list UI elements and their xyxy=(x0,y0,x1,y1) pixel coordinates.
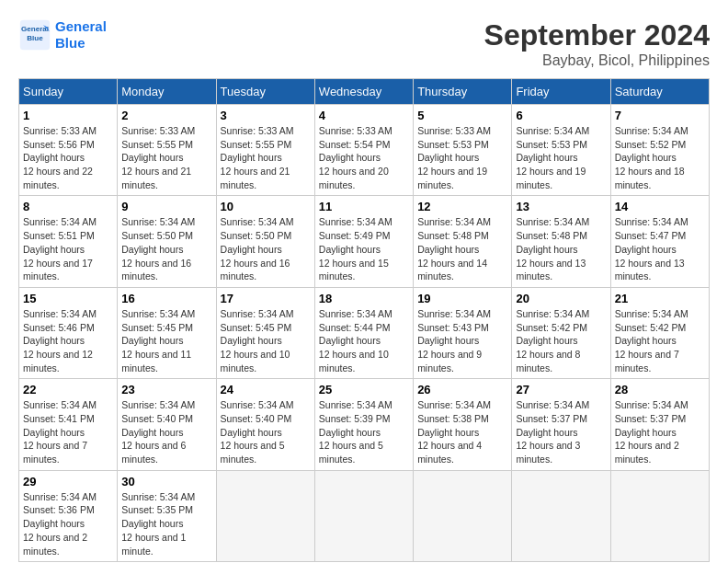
calendar-cell xyxy=(216,470,314,561)
day-info: Sunrise: 5:34 AMSunset: 5:48 PMDaylight … xyxy=(417,216,491,282)
calendar-cell: 27 Sunrise: 5:34 AMSunset: 5:37 PMDaylig… xyxy=(512,379,610,470)
day-number: 15 xyxy=(23,292,113,305)
day-number: 26 xyxy=(417,383,507,396)
day-number: 27 xyxy=(516,383,606,396)
day-number: 14 xyxy=(615,200,705,213)
day-info: Sunrise: 5:33 AMSunset: 5:53 PMDaylight … xyxy=(417,125,491,190)
calendar-cell: 1 Sunrise: 5:33 AMSunset: 5:56 PMDayligh… xyxy=(19,105,118,196)
day-number: 22 xyxy=(23,383,113,396)
calendar-cell: 21 Sunrise: 5:34 AMSunset: 5:42 PMDaylig… xyxy=(610,287,709,378)
day-info: Sunrise: 5:34 AMSunset: 5:50 PMDaylight … xyxy=(221,216,294,282)
logo: General Blue General Blue xyxy=(18,18,107,52)
day-number: 21 xyxy=(615,292,705,305)
day-info: Sunrise: 5:34 AMSunset: 5:35 PMDaylight … xyxy=(121,491,195,557)
day-info: Sunrise: 5:34 AMSunset: 5:45 PMDaylight … xyxy=(221,308,294,373)
day-number: 3 xyxy=(221,109,311,122)
header-thursday: Thursday xyxy=(414,79,512,105)
calendar-cell: 19 Sunrise: 5:34 AMSunset: 5:43 PMDaylig… xyxy=(414,287,512,378)
day-number: 20 xyxy=(516,292,606,305)
calendar-cell: 3 Sunrise: 5:33 AMSunset: 5:55 PMDayligh… xyxy=(216,105,314,196)
day-info: Sunrise: 5:34 AMSunset: 5:53 PMDaylight … xyxy=(516,125,589,190)
day-info: Sunrise: 5:33 AMSunset: 5:55 PMDaylight … xyxy=(221,125,294,190)
svg-text:General: General xyxy=(21,25,49,33)
day-number: 24 xyxy=(221,383,311,396)
day-number: 30 xyxy=(121,475,211,488)
day-info: Sunrise: 5:33 AMSunset: 5:56 PMDaylight … xyxy=(23,125,97,190)
calendar-cell: 29 Sunrise: 5:34 AMSunset: 5:36 PMDaylig… xyxy=(19,470,118,561)
day-info: Sunrise: 5:34 AMSunset: 5:42 PMDaylight … xyxy=(615,308,688,373)
weekday-header-row: Sunday Monday Tuesday Wednesday Thursday… xyxy=(19,79,710,105)
calendar-cell: 12 Sunrise: 5:34 AMSunset: 5:48 PMDaylig… xyxy=(414,196,512,287)
calendar-cell: 17 Sunrise: 5:34 AMSunset: 5:45 PMDaylig… xyxy=(216,287,314,378)
calendar-cell: 13 Sunrise: 5:34 AMSunset: 5:48 PMDaylig… xyxy=(512,196,610,287)
day-info: Sunrise: 5:34 AMSunset: 5:36 PMDaylight … xyxy=(23,491,97,557)
calendar-cell: 10 Sunrise: 5:34 AMSunset: 5:50 PMDaylig… xyxy=(216,196,314,287)
day-info: Sunrise: 5:34 AMSunset: 5:49 PMDaylight … xyxy=(319,216,392,282)
calendar-cell: 18 Sunrise: 5:34 AMSunset: 5:44 PMDaylig… xyxy=(314,287,413,378)
day-info: Sunrise: 5:33 AMSunset: 5:55 PMDaylight … xyxy=(121,125,195,190)
header-wednesday: Wednesday xyxy=(314,79,413,105)
day-number: 10 xyxy=(221,200,311,213)
logo-icon: General Blue xyxy=(18,18,51,52)
title-section: September 2024 Baybay, Bicol, Philippine… xyxy=(484,18,710,69)
header-saturday: Saturday xyxy=(610,79,709,105)
calendar-cell: 8 Sunrise: 5:34 AMSunset: 5:51 PMDayligh… xyxy=(19,196,118,287)
location-text: Baybay, Bicol, Philippines xyxy=(484,52,710,69)
calendar-cell: 16 Sunrise: 5:34 AMSunset: 5:45 PMDaylig… xyxy=(118,287,216,378)
logo-text: General xyxy=(55,18,107,35)
day-number: 9 xyxy=(121,200,211,213)
calendar-cell: 25 Sunrise: 5:34 AMSunset: 5:39 PMDaylig… xyxy=(314,379,413,470)
calendar-cell: 15 Sunrise: 5:34 AMSunset: 5:46 PMDaylig… xyxy=(19,287,118,378)
calendar-cell xyxy=(512,470,610,561)
day-number: 29 xyxy=(23,475,113,488)
day-info: Sunrise: 5:34 AMSunset: 5:52 PMDaylight … xyxy=(615,125,688,190)
day-info: Sunrise: 5:34 AMSunset: 5:48 PMDaylight … xyxy=(516,216,589,282)
day-info: Sunrise: 5:34 AMSunset: 5:50 PMDaylight … xyxy=(121,216,195,282)
day-info: Sunrise: 5:34 AMSunset: 5:46 PMDaylight … xyxy=(23,308,97,373)
calendar-cell: 5 Sunrise: 5:33 AMSunset: 5:53 PMDayligh… xyxy=(414,105,512,196)
calendar-cell: 23 Sunrise: 5:34 AMSunset: 5:40 PMDaylig… xyxy=(118,379,216,470)
calendar-cell: 24 Sunrise: 5:34 AMSunset: 5:40 PMDaylig… xyxy=(216,379,314,470)
calendar-cell xyxy=(610,470,709,561)
day-number: 1 xyxy=(23,109,113,122)
day-info: Sunrise: 5:34 AMSunset: 5:37 PMDaylight … xyxy=(516,399,589,465)
svg-text:Blue: Blue xyxy=(27,34,43,42)
day-info: Sunrise: 5:34 AMSunset: 5:44 PMDaylight … xyxy=(319,308,392,373)
page-header: General Blue General Blue September 2024… xyxy=(18,18,710,69)
header-friday: Friday xyxy=(512,79,610,105)
calendar-cell: 22 Sunrise: 5:34 AMSunset: 5:41 PMDaylig… xyxy=(19,379,118,470)
day-number: 4 xyxy=(319,109,409,122)
day-info: Sunrise: 5:34 AMSunset: 5:38 PMDaylight … xyxy=(417,399,491,465)
month-title: September 2024 xyxy=(484,18,710,52)
logo-subtext: Blue xyxy=(55,35,107,52)
day-number: 25 xyxy=(319,383,409,396)
day-info: Sunrise: 5:34 AMSunset: 5:40 PMDaylight … xyxy=(121,399,195,465)
day-number: 8 xyxy=(23,200,113,213)
day-number: 23 xyxy=(121,383,211,396)
day-info: Sunrise: 5:34 AMSunset: 5:37 PMDaylight … xyxy=(615,399,688,465)
day-info: Sunrise: 5:34 AMSunset: 5:47 PMDaylight … xyxy=(615,216,688,282)
day-number: 5 xyxy=(417,109,507,122)
day-number: 18 xyxy=(319,292,409,305)
calendar-cell: 20 Sunrise: 5:34 AMSunset: 5:42 PMDaylig… xyxy=(512,287,610,378)
calendar-cell: 6 Sunrise: 5:34 AMSunset: 5:53 PMDayligh… xyxy=(512,105,610,196)
calendar-cell: 9 Sunrise: 5:34 AMSunset: 5:50 PMDayligh… xyxy=(118,196,216,287)
calendar-cell: 4 Sunrise: 5:33 AMSunset: 5:54 PMDayligh… xyxy=(314,105,413,196)
day-number: 16 xyxy=(121,292,211,305)
day-number: 19 xyxy=(417,292,507,305)
day-info: Sunrise: 5:34 AMSunset: 5:40 PMDaylight … xyxy=(221,399,294,465)
day-info: Sunrise: 5:34 AMSunset: 5:43 PMDaylight … xyxy=(417,308,491,373)
day-info: Sunrise: 5:33 AMSunset: 5:54 PMDaylight … xyxy=(319,125,392,190)
day-info: Sunrise: 5:34 AMSunset: 5:42 PMDaylight … xyxy=(516,308,589,373)
day-number: 12 xyxy=(417,200,507,213)
day-info: Sunrise: 5:34 AMSunset: 5:45 PMDaylight … xyxy=(121,308,195,373)
calendar-cell xyxy=(314,470,413,561)
day-number: 28 xyxy=(615,383,705,396)
calendar-cell xyxy=(414,470,512,561)
day-number: 17 xyxy=(221,292,311,305)
day-number: 13 xyxy=(516,200,606,213)
header-sunday: Sunday xyxy=(19,79,118,105)
calendar-cell: 11 Sunrise: 5:34 AMSunset: 5:49 PMDaylig… xyxy=(314,196,413,287)
day-number: 7 xyxy=(615,109,705,122)
calendar-cell: 30 Sunrise: 5:34 AMSunset: 5:35 PMDaylig… xyxy=(118,470,216,561)
